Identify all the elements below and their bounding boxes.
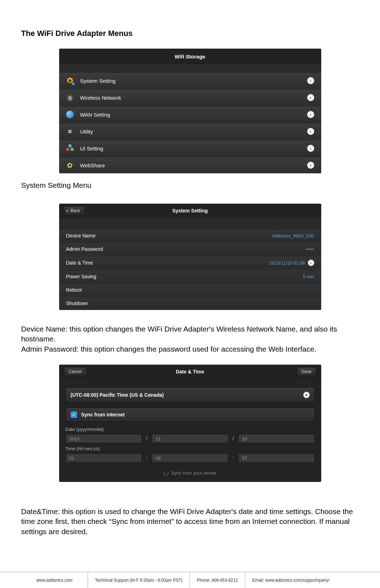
row-label: Device Name — [66, 233, 96, 239]
sync-from-device-button[interactable]: Sync from your device — [59, 465, 321, 482]
menu-item-webshare[interactable]: WebShare › — [59, 157, 321, 173]
row-value: Addonics_WDA_030 — [272, 233, 314, 239]
day-field[interactable]: 15 — [238, 434, 315, 443]
row-admin-password[interactable]: Admin Password ••••• — [59, 242, 321, 256]
row-value-wrap: 2013/11/15 01:08 › — [269, 260, 314, 266]
row-value: 2013/11/15 01:08 — [269, 260, 305, 266]
chevron-right-icon: › — [307, 77, 314, 84]
page-title: The WiFi Drive Adapter Menus — [21, 29, 359, 38]
row-label: Shutdown — [66, 301, 88, 306]
chevron-down-icon: ▾ — [303, 392, 310, 398]
blocks-icon — [66, 144, 74, 152]
row-label: Date & Time — [66, 260, 93, 266]
row-reboot[interactable]: Reboot — [59, 283, 321, 297]
chevron-right-icon: › — [307, 162, 314, 169]
system-setting-panel: Back System Setting Device Name Addonics… — [59, 204, 321, 310]
row-shutdown[interactable]: Shutdown — [59, 297, 321, 310]
time-sep: : — [228, 455, 238, 461]
chevron-right-icon: › — [307, 111, 314, 118]
globe-icon — [66, 111, 74, 118]
system-setting-header: Back System Setting — [59, 204, 321, 218]
time-sep: : — [142, 455, 152, 461]
row-value: 5 min — [303, 274, 314, 279]
row-label: Reboot — [66, 287, 82, 293]
row-device-name[interactable]: Device Name Addonics_WDA_030 — [59, 229, 321, 242]
minute-field[interactable]: 08 — [152, 453, 228, 463]
refresh-icon — [164, 471, 169, 476]
chevron-right-icon: › — [308, 260, 314, 266]
date-time-header: Cancel Date & Time Done — [59, 365, 321, 379]
date-time-grid: Date (yyyy/mm/dd): 2013 / 11 / 15 Time (… — [59, 427, 321, 465]
date-sep: / — [228, 435, 238, 442]
sync-internet-row[interactable]: ✓ Sync from internet — [65, 408, 315, 422]
timezone-value: (UTC-08:00) Pacific Time (US & Canada) — [71, 392, 164, 398]
panel-title: Date & Time — [176, 369, 204, 375]
tools-icon — [66, 128, 74, 135]
menu-label: WAN Setting — [80, 112, 110, 118]
chevron-right-icon: › — [307, 94, 314, 101]
device-name-paragraph: Device Name: this option changes the WiF… — [21, 324, 359, 344]
back-button[interactable]: Back — [64, 206, 85, 215]
date-label: Date (yyyy/mm/dd): — [65, 427, 315, 432]
menu-item-system-setting[interactable]: System Setting › — [59, 72, 321, 89]
month-field[interactable]: 11 — [152, 434, 228, 443]
panel-spacer — [59, 218, 321, 229]
panel-title: System Setting — [172, 208, 208, 213]
menu-item-wireless-network[interactable]: Wireless Network › — [59, 89, 321, 106]
sync-internet-label: Sync from internet — [81, 412, 125, 417]
antenna-icon — [66, 94, 74, 101]
done-button[interactable]: Done — [297, 367, 316, 376]
menu-item-ui-setting[interactable]: UI Setting › — [59, 140, 321, 157]
second-field[interactable]: 57 — [238, 453, 315, 463]
wifi-storage-panel: Wifi Storage System Setting › Wireless N… — [59, 49, 321, 173]
wifi-storage-header: Wifi Storage — [59, 49, 321, 64]
year-field[interactable]: 2013 — [65, 434, 142, 443]
row-power-saving[interactable]: Power Saving 5 min — [59, 270, 321, 283]
menu-item-wan-setting[interactable]: WAN Setting › — [59, 106, 321, 123]
menu-label: Wireless Network — [80, 95, 121, 101]
system-setting-caption: System Setting Menu — [21, 181, 359, 190]
row-date-time[interactable]: Date & Time 2013/11/15 01:08 › — [59, 256, 321, 270]
panel-spacer — [59, 64, 321, 72]
menu-item-utility[interactable]: Utility › — [59, 123, 321, 140]
sync-device-label: Sync from your device — [171, 470, 217, 476]
flower-icon — [66, 161, 74, 169]
date-time-panel: Cancel Date & Time Done (UTC-08:00) Paci… — [59, 365, 321, 482]
chevron-right-icon: › — [307, 128, 314, 135]
hour-field[interactable]: 01 — [65, 453, 142, 463]
time-label: Time (hh:mm:ss): — [65, 446, 315, 451]
timezone-select[interactable]: (UTC-08:00) Pacific Time (US & Canada) ▾ — [65, 387, 315, 403]
admin-password-paragraph: Admin Password: this option changes the … — [21, 344, 359, 354]
cancel-button[interactable]: Cancel — [64, 367, 86, 376]
date-sep: / — [142, 435, 152, 442]
gear-icon — [66, 77, 74, 85]
menu-label: Utility — [80, 129, 93, 135]
row-label: Power Saving — [66, 274, 96, 279]
date-time-paragraph: Date&Time: this option is used to change… — [21, 507, 359, 537]
row-value: ••••• — [306, 247, 314, 252]
row-label: Admin Password — [66, 246, 103, 252]
chevron-right-icon: › — [307, 145, 314, 152]
menu-label: UI Setting — [80, 146, 103, 151]
menu-label: WebShare — [80, 162, 105, 168]
menu-label: System Setting — [80, 78, 116, 84]
checkbox-checked-icon[interactable]: ✓ — [71, 411, 77, 418]
